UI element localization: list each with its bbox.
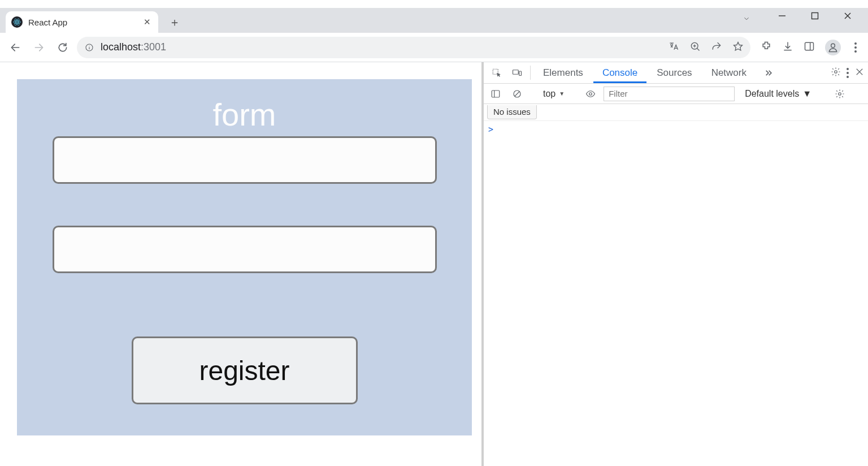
bookmark-star-icon[interactable] xyxy=(732,41,744,54)
tab-close-button[interactable]: ✕ xyxy=(142,18,151,27)
form-input-1[interactable] xyxy=(53,136,437,184)
device-toolbar-icon[interactable] xyxy=(507,62,527,83)
window-minimize-button[interactable] xyxy=(772,8,792,24)
site-info-icon[interactable] xyxy=(84,42,95,53)
console-levels-label: Default levels xyxy=(745,89,799,99)
window-titlebar xyxy=(0,0,868,8)
form-title: form xyxy=(213,96,276,133)
window-close-button[interactable] xyxy=(837,8,858,24)
svg-line-32 xyxy=(515,92,519,96)
svg-rect-24 xyxy=(513,70,519,74)
extensions-icon[interactable] xyxy=(761,41,772,54)
svg-point-34 xyxy=(839,92,841,95)
profile-avatar[interactable] xyxy=(825,40,841,55)
console-filter-input[interactable] xyxy=(604,87,735,101)
window-controls xyxy=(762,2,868,29)
svg-point-12 xyxy=(89,45,89,46)
chrome-menu-button[interactable] xyxy=(851,42,860,53)
browser-tab-active[interactable]: React App ✕ xyxy=(6,11,158,33)
form-input-2[interactable] xyxy=(53,226,437,273)
issues-pill[interactable]: No issues xyxy=(487,105,537,119)
window-maximize-button[interactable] xyxy=(805,8,825,24)
devtools-menu-button[interactable] xyxy=(844,68,851,78)
console-context-selector[interactable]: top ▼ xyxy=(540,89,568,99)
devtools-close-button[interactable] xyxy=(854,67,865,79)
live-expression-icon[interactable] xyxy=(582,85,599,102)
svg-marker-17 xyxy=(734,42,743,50)
address-bar[interactable]: localhost:3001 xyxy=(77,37,750,58)
console-toolbar: top ▼ Default levels ▼ xyxy=(484,84,868,104)
svg-rect-20 xyxy=(805,42,814,50)
svg-point-33 xyxy=(589,92,592,95)
console-sidebar-toggle-icon[interactable] xyxy=(487,85,504,102)
console-output[interactable]: > xyxy=(484,121,868,466)
console-clear-icon[interactable] xyxy=(509,85,526,102)
new-tab-button[interactable]: ＋ xyxy=(166,14,183,31)
register-button[interactable]: register xyxy=(132,336,358,404)
nav-forward-button[interactable] xyxy=(29,38,49,57)
svg-point-26 xyxy=(835,71,837,74)
url-port: :3001 xyxy=(141,41,166,53)
sidepanel-icon[interactable] xyxy=(804,41,815,54)
page-viewport[interactable]: form register xyxy=(0,62,484,466)
svg-rect-5 xyxy=(812,13,818,19)
console-prompt-caret: > xyxy=(488,124,493,135)
svg-point-3 xyxy=(16,21,18,23)
share-icon[interactable] xyxy=(711,41,722,54)
nav-back-button[interactable] xyxy=(6,38,25,57)
devtools-tab-sources[interactable]: Sources xyxy=(648,62,701,83)
react-favicon xyxy=(11,16,23,28)
downloads-icon[interactable] xyxy=(782,41,793,54)
devtools-tabbar: Elements Console Sources Network xyxy=(484,62,868,84)
devtools-panel: Elements Console Sources Network top ▼ xyxy=(484,62,868,466)
browser-toolbar: localhost:3001 xyxy=(0,33,868,62)
svg-line-14 xyxy=(697,48,699,50)
zoom-icon[interactable] xyxy=(689,41,701,54)
devtools-tab-console[interactable]: Console xyxy=(593,62,646,83)
translate-icon[interactable] xyxy=(668,41,679,54)
svg-point-22 xyxy=(831,44,835,48)
nav-reload-button[interactable] xyxy=(53,38,72,57)
console-issues-row: No issues xyxy=(484,104,868,121)
browser-tabstrip: React App ✕ ＋ xyxy=(0,8,868,33)
inspect-element-icon[interactable] xyxy=(487,62,506,83)
form-card: form register xyxy=(17,79,472,435)
console-settings-icon[interactable] xyxy=(831,85,848,102)
devtools-tabs-overflow-icon[interactable] xyxy=(757,62,779,83)
tabs-dropdown-button[interactable] xyxy=(738,10,755,27)
chevron-down-icon: ▼ xyxy=(802,89,811,99)
devtools-tab-network[interactable]: Network xyxy=(702,62,756,83)
devtools-tab-elements[interactable]: Elements xyxy=(534,62,592,83)
console-levels-selector[interactable]: Default levels ▼ xyxy=(739,89,817,99)
console-context-label: top xyxy=(543,89,555,99)
svg-rect-29 xyxy=(492,90,500,97)
devtools-settings-icon[interactable] xyxy=(831,67,841,79)
tab-title: React App xyxy=(28,18,67,27)
url-text: localhost:3001 xyxy=(101,41,166,53)
svg-rect-25 xyxy=(519,71,522,76)
chevron-down-icon: ▼ xyxy=(559,90,565,97)
url-host: localhost xyxy=(101,41,141,53)
